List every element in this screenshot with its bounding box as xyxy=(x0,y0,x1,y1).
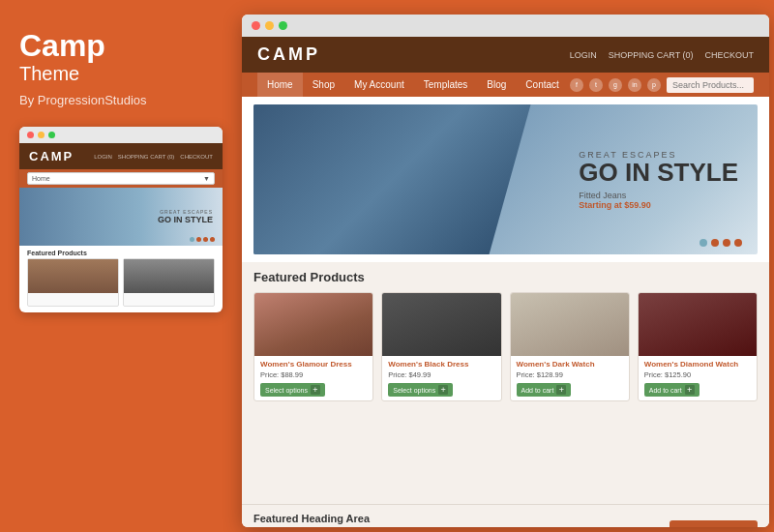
site-nav-links: Home Shop My Account Templates Blog Cont… xyxy=(257,73,569,97)
product-price-3: Price: $128.99 xyxy=(517,370,623,379)
nav-blog[interactable]: Blog xyxy=(477,73,516,97)
mini-hero-dots xyxy=(190,237,215,242)
mini-products xyxy=(19,258,223,312)
mini-login: LOGIN xyxy=(94,154,112,160)
product-name-2: Women's Black Dress xyxy=(388,360,494,369)
nav-shop[interactable]: Shop xyxy=(303,73,344,97)
mini-nav-home: Home xyxy=(32,175,50,182)
site-logo: CAMP xyxy=(257,44,320,65)
social-icon-5[interactable]: p xyxy=(647,78,661,92)
mini-browser-bar xyxy=(19,127,223,143)
product-card-1: Women's Glamour Dress Price: $88.99 Sele… xyxy=(253,292,373,401)
theme-name: Camp xyxy=(19,29,223,63)
theme-by: By ProgressionStudios xyxy=(19,93,223,107)
product-img-4 xyxy=(639,293,757,356)
product-btn-4[interactable]: Add to cart + xyxy=(644,383,700,397)
site-nav-right: f t g in p xyxy=(570,77,754,93)
mini-featured-label: Featured Products xyxy=(19,246,223,258)
product-price-1: Price: $88.99 xyxy=(260,370,367,379)
product-info-4: Women's Diamond Watch Price: $125.90 Add… xyxy=(639,356,757,400)
hero-dot-1[interactable] xyxy=(700,239,707,247)
product-card-2: Women's Black Dress Price: $49.99 Select… xyxy=(381,292,501,401)
product-btn-plus-4: + xyxy=(685,385,695,395)
browser-dot-red xyxy=(252,21,260,30)
mini-hero: GREAT ESCAPES GO IN STYLE xyxy=(19,188,223,246)
social-icon-2[interactable]: t xyxy=(589,78,603,92)
mini-product-img-2 xyxy=(124,259,214,293)
site-header-right: LOGIN SHOPPING CART (0) CHECKOUT xyxy=(570,50,754,60)
product-card-3: Women's Dark Watch Price: $128.99 Add to… xyxy=(510,292,630,401)
product-name-4: Women's Diamond Watch xyxy=(644,360,751,369)
mini-hero-title: GO IN STYLE xyxy=(158,215,213,224)
featured-area: Featured Heading Area Lorem ipsum dolor … xyxy=(242,504,769,527)
product-btn-plus-3: + xyxy=(556,385,566,395)
hero-dot-3[interactable] xyxy=(723,239,730,247)
mini-cart: SHOPPING CART (0) xyxy=(118,154,174,160)
left-panel: Camp Theme By ProgressionStudios CAMP LO… xyxy=(0,0,242,532)
mini-browser: CAMP LOGIN SHOPPING CART (0) CHECKOUT Ho… xyxy=(19,127,223,312)
mini-dot-yellow xyxy=(38,132,45,138)
site-header: CAMP LOGIN SHOPPING CART (0) CHECKOUT xyxy=(242,37,769,73)
nav-myaccount[interactable]: My Account xyxy=(344,73,414,97)
hero-dots xyxy=(700,239,742,247)
social-icon-4[interactable]: in xyxy=(628,78,641,92)
featured-heading: Featured Heading Area xyxy=(253,513,670,524)
theme-title: Camp Theme xyxy=(19,29,223,85)
mini-hero-dot-3 xyxy=(203,237,208,242)
mini-dot-green xyxy=(48,132,55,138)
mini-nav: Home ▼ xyxy=(19,169,223,188)
featured-text-block: Featured Heading Area Lorem ipsum dolor … xyxy=(253,513,670,527)
mini-checkout: CHECKOUT xyxy=(180,154,213,160)
hero-price: Starting at $59.90 xyxy=(579,200,738,210)
nav-contact[interactable]: Contact xyxy=(516,73,568,97)
product-card-4: Women's Diamond Watch Price: $125.90 Add… xyxy=(638,292,758,401)
product-btn-1[interactable]: Select options + xyxy=(260,383,325,397)
product-name-3: Women's Dark Watch xyxy=(517,360,623,369)
site-nav: Home Shop My Account Templates Blog Cont… xyxy=(242,73,769,97)
browser-dot-green xyxy=(279,21,287,30)
main-browser: CAMP LOGIN SHOPPING CART (0) CHECKOUT Ho… xyxy=(242,15,769,527)
mini-camp-logo: CAMP xyxy=(29,149,74,163)
mini-dropdown-arrow: ▼ xyxy=(203,175,210,182)
product-btn-3[interactable]: Add to cart + xyxy=(517,383,572,397)
product-btn-label-1: Select options xyxy=(265,387,308,394)
browser-bar xyxy=(242,15,769,37)
checkout-link[interactable]: CHECKOUT xyxy=(704,50,754,60)
product-img-3 xyxy=(511,293,629,356)
product-price-4: Price: $125.90 xyxy=(644,370,751,379)
hero-bg: GREAT ESCAPES GO IN STYLE Fitted Jeans S… xyxy=(253,104,758,254)
mini-product-1 xyxy=(27,258,119,307)
hero-title: GO IN STYLE xyxy=(579,160,738,185)
product-btn-2[interactable]: Select options + xyxy=(388,383,453,397)
product-price-2: Price: $49.99 xyxy=(388,370,494,379)
product-btn-label-2: Select options xyxy=(393,387,435,394)
hero-dot-2[interactable] xyxy=(711,239,719,247)
mini-hero-dot-1 xyxy=(190,237,194,242)
product-btn-plus-2: + xyxy=(438,385,448,395)
mini-product-img-1 xyxy=(28,259,118,293)
start-shopping-button[interactable]: Start Shopping › xyxy=(670,520,758,527)
product-btn-label-3: Add to cart xyxy=(521,387,554,394)
mini-hero-dot-2 xyxy=(196,237,201,242)
product-img-1 xyxy=(254,293,372,356)
nav-home[interactable]: Home xyxy=(257,73,303,97)
nav-templates[interactable]: Templates xyxy=(414,73,478,97)
social-icon-3[interactable]: g xyxy=(609,78,622,92)
social-icon-1[interactable]: f xyxy=(570,78,583,92)
start-shopping-label: Start Shopping xyxy=(681,526,739,527)
content-area: Featured Products Women's Glamour Dress … xyxy=(242,262,769,504)
product-info-2: Women's Black Dress Price: $49.99 Select… xyxy=(382,356,500,400)
hero-price-value: $59.90 xyxy=(624,200,651,210)
hero-section: GREAT ESCAPES GO IN STYLE Fitted Jeans S… xyxy=(253,104,758,254)
search-input[interactable] xyxy=(667,77,754,93)
mini-header-links: LOGIN SHOPPING CART (0) CHECKOUT xyxy=(94,154,213,160)
hero-dot-4[interactable] xyxy=(734,239,742,247)
hero-text: GREAT ESCAPES GO IN STYLE Fitted Jeans S… xyxy=(579,150,738,210)
product-info-3: Women's Dark Watch Price: $128.99 Add to… xyxy=(511,356,629,400)
start-shopping-arrow: › xyxy=(743,526,746,527)
product-btn-label-4: Add to cart xyxy=(649,387,682,394)
product-info-1: Women's Glamour Dress Price: $88.99 Sele… xyxy=(254,356,372,400)
login-link[interactable]: LOGIN xyxy=(570,50,597,60)
cart-link[interactable]: SHOPPING CART (0) xyxy=(609,50,694,60)
product-img-2 xyxy=(382,293,500,356)
